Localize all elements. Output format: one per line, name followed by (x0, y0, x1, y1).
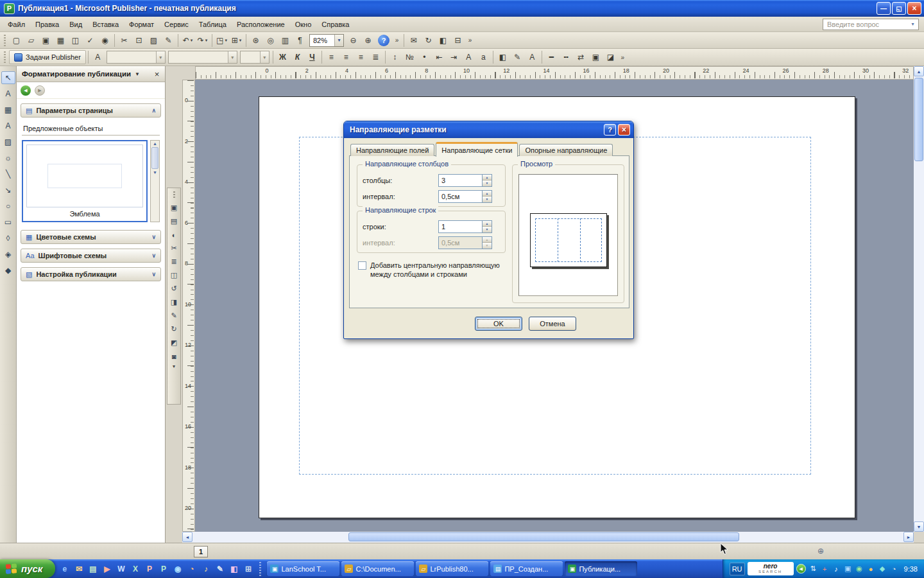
toolbar-options-button[interactable]: » (392, 33, 402, 48)
cut-icon[interactable]: ✂ (117, 33, 132, 48)
tray-update-icon[interactable]: ● (866, 564, 876, 574)
transparent-color-icon[interactable]: ◨ (168, 296, 180, 308)
save-icon[interactable]: ▣ (38, 33, 53, 48)
tray-messenger-icon[interactable]: ◉ (855, 564, 864, 574)
combo-arrow-icon[interactable]: ▾ (228, 51, 237, 63)
fill-color-icon[interactable]: ◧ (495, 50, 510, 64)
task-pane-forward-button[interactable]: ▶ (35, 85, 45, 96)
zoom-out-icon[interactable]: ⊖ (346, 33, 361, 48)
3d-style-icon[interactable]: ◪ (603, 50, 618, 64)
scroll-thumb[interactable] (151, 147, 158, 169)
align-justify-icon[interactable]: ≣ (368, 50, 383, 64)
page-1-button[interactable]: 1 (194, 546, 208, 557)
menu-tools[interactable]: Сервис (159, 18, 194, 31)
horizontal-ruler[interactable]: 02468101214161820222426283032 (195, 66, 914, 80)
help-icon[interactable]: ? (378, 35, 389, 46)
zoom-combo[interactable]: 82% ▾ (309, 34, 344, 47)
menu-insert[interactable]: Вставка (87, 18, 124, 31)
ql-internet-explorer-icon[interactable]: e (58, 562, 71, 575)
picture-frame-tool[interactable]: ▨ (1, 136, 15, 148)
autoshapes-tool[interactable]: ◊ (1, 232, 15, 245)
task-pane-back-button[interactable]: ◀ (21, 85, 31, 96)
rectangle-tool[interactable]: ▭ (1, 216, 15, 229)
bring-to-front-icon[interactable]: ◳ (214, 33, 229, 48)
text-box-tool[interactable]: A (1, 87, 15, 100)
style-combo[interactable]: ▾ (107, 51, 166, 64)
task-publication[interactable]: ▣ Публикаци... (565, 561, 637, 576)
columns-field[interactable]: 3 ▴▾ (438, 174, 492, 187)
toolbar-options-button[interactable]: » (618, 50, 628, 64)
hide-icons-button[interactable]: ◀ (796, 564, 806, 574)
tray-volume-icon[interactable]: ♪ (832, 564, 841, 574)
minimize-button[interactable]: — (877, 2, 891, 15)
decrease-indent-icon[interactable]: ⇤ (432, 50, 447, 64)
compress-pictures-icon[interactable]: ◩ (168, 337, 180, 349)
menu-arrange[interactable]: Расположение (232, 18, 290, 31)
section-font-schemes[interactable]: Аа Шрифтовые схемы ∨ (21, 249, 161, 263)
crop-icon[interactable]: ✂ (168, 242, 180, 254)
task-lrpublish[interactable]: ▱ LrPublish80... (416, 561, 488, 576)
spinner[interactable]: ▴▾ (482, 191, 492, 202)
ql-show-desktop-icon[interactable]: ▤ (86, 562, 99, 575)
table-tool[interactable]: ▦ (1, 103, 15, 116)
dash-style-icon[interactable]: ╍ (559, 50, 574, 64)
nero-search-box[interactable]: nero SEARCH (748, 562, 794, 575)
underline-icon[interactable]: Ч (305, 50, 320, 64)
format-painter-icon[interactable]: ✎ (161, 33, 176, 48)
line-color-icon[interactable]: ✎ (510, 50, 525, 64)
dialog-close-button[interactable]: × (618, 124, 630, 136)
italic-icon[interactable]: К (290, 50, 305, 64)
color-mode-icon[interactable]: ◐ (168, 229, 180, 241)
dialog-help-button[interactable]: ? (604, 124, 616, 136)
vertical-scroll-thumb[interactable] (914, 78, 923, 161)
menu-file[interactable]: Файл (3, 18, 30, 31)
ask-question-box[interactable]: Введите вопрос ▾ (823, 19, 919, 30)
undo-icon[interactable]: ↶ (180, 33, 195, 48)
measurement-icon[interactable]: ⊟ (450, 33, 465, 48)
menu-help[interactable]: Справка (316, 18, 354, 31)
insert-hyperlink-icon[interactable]: ⊛ (248, 33, 263, 48)
ql-media-player-icon[interactable]: ▶ (100, 562, 114, 575)
checkbox-icon[interactable] (358, 261, 366, 270)
combo-arrow-icon[interactable]: ▾ (156, 51, 165, 63)
font-combo[interactable]: ▾ (168, 51, 237, 64)
open-icon[interactable]: ▱ (24, 33, 38, 48)
publisher-tasks-button[interactable]: Задачи Publisher (9, 50, 86, 64)
font-color-icon[interactable]: А (525, 50, 540, 64)
cancel-button[interactable]: Отмена (529, 317, 576, 331)
styles-and-formatting-icon[interactable]: А (90, 50, 105, 64)
menu-format[interactable]: Формат (124, 18, 159, 31)
clip-art-tool[interactable]: ☼ (1, 152, 15, 164)
spinner[interactable]: ▴▾ (482, 221, 492, 232)
menu-edit[interactable]: Правка (30, 18, 64, 31)
scroll-down-icon[interactable]: ▼ (153, 170, 157, 175)
ql-calculator-icon[interactable]: ⊞ (241, 562, 255, 575)
shadow-style-icon[interactable]: ▣ (588, 50, 603, 64)
increase-font-icon[interactable]: A (461, 50, 476, 64)
align-center-icon[interactable]: ≡ (339, 50, 354, 64)
ql-firefox-icon[interactable]: ◔ (185, 562, 198, 575)
tray-network-icon[interactable]: ⇅ (809, 564, 818, 574)
spinner[interactable]: ▴▾ (482, 237, 492, 249)
task-pane-menu-arrow-icon[interactable]: ▼ (135, 71, 140, 77)
language-indicator[interactable]: RU (730, 563, 745, 575)
special-characters-icon[interactable]: ¶ (293, 33, 307, 48)
scroll-up-button[interactable]: ▲ (914, 66, 924, 76)
line-style-icon[interactable]: ≣ (168, 256, 180, 268)
scroll-down-button[interactable]: ▼ (914, 521, 924, 532)
close-button[interactable]: × (907, 2, 921, 15)
ok-button[interactable]: OK (475, 317, 522, 331)
vertical-scrollbar[interactable]: ▲ ▼ (914, 66, 924, 532)
align-right-icon[interactable]: ≡ (354, 50, 368, 64)
task-lanschool[interactable]: ▣ LanSchool T... (267, 561, 339, 576)
tray-clock-sync-icon[interactable]: ◔ (889, 564, 899, 574)
ql-word-icon[interactable]: W (114, 562, 128, 575)
increase-indent-icon[interactable]: ⇥ (447, 50, 461, 64)
font-size-combo[interactable]: ▾ (240, 51, 270, 64)
tab-margin-guides[interactable]: Направляющие полей (350, 144, 434, 156)
suggested-object-emblema[interactable]: Эмблема (22, 140, 148, 222)
combo-arrow-icon[interactable]: ▾ (334, 35, 343, 46)
horizontal-scroll-thumb[interactable] (348, 532, 739, 541)
ql-notepad-icon[interactable]: ✎ (213, 562, 227, 575)
print-icon[interactable]: ▦ (53, 33, 68, 48)
